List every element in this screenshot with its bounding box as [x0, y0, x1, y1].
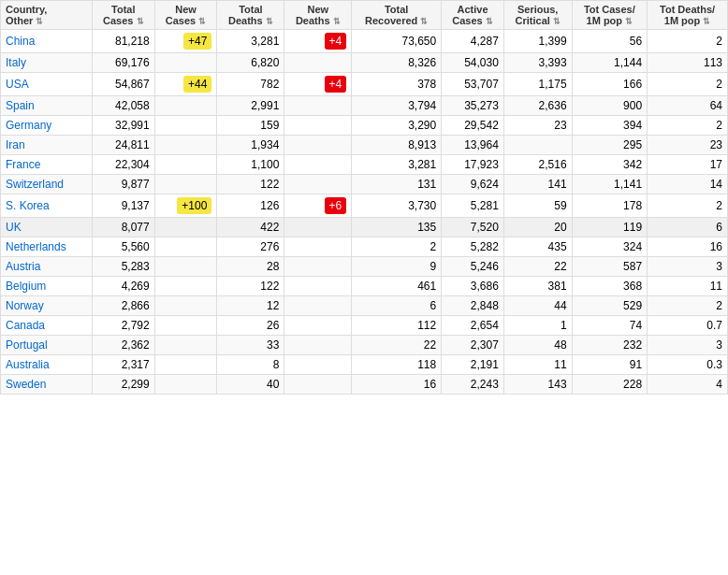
tot-cases-pop-cell: 74	[572, 316, 648, 336]
tot-cases-pop-cell: 232	[572, 336, 648, 355]
table-row: Canada2,792261122,6541740.7	[1, 316, 728, 336]
active-cases-cell: 2,307	[442, 336, 504, 355]
tot-cases-pop-cell: 119	[572, 218, 648, 237]
total-cases-cell: 5,283	[92, 257, 154, 277]
new-cases-cell	[154, 155, 217, 175]
country-link[interactable]: Italy	[6, 56, 26, 69]
serious-critical-cell: 2,636	[503, 96, 572, 116]
serious-critical-cell: 3,393	[503, 53, 572, 73]
active-cases-cell: 5,282	[442, 237, 504, 257]
total-recovered-cell: 112	[352, 316, 442, 336]
country-link[interactable]: UK	[6, 221, 22, 234]
country-cell: Sweden	[1, 375, 93, 395]
total-recovered-cell: 16	[352, 375, 442, 395]
tot-cases-pop-cell: 295	[572, 136, 648, 155]
new-deaths-cell	[284, 277, 352, 296]
total-cases-cell: 22,304	[92, 155, 154, 175]
new-deaths-badge: +4	[325, 33, 347, 50]
country-link[interactable]: Norway	[6, 299, 44, 312]
total-recovered-cell: 6	[352, 296, 442, 316]
total-cases-cell: 4,269	[92, 277, 154, 296]
country-link[interactable]: S. Korea	[6, 199, 50, 212]
col-serious-critical[interactable]: Serious,Critical ⇅	[503, 1, 572, 30]
total-recovered-cell: 3,290	[352, 116, 442, 136]
new-deaths-cell	[284, 116, 352, 136]
serious-critical-cell	[503, 136, 572, 155]
col-new-deaths[interactable]: NewDeaths ⇅	[284, 1, 352, 30]
total-deaths-cell: 26	[217, 316, 284, 336]
table-body: China81,218+473,281+473,6504,2871,399562…	[1, 30, 728, 395]
active-cases-cell: 4,287	[442, 30, 504, 53]
total-cases-cell: 54,867	[92, 73, 154, 96]
table-row: China81,218+473,281+473,6504,2871,399562	[1, 30, 728, 53]
new-cases-cell: +100	[154, 194, 217, 218]
serious-critical-cell: 1,175	[503, 73, 572, 96]
new-cases-cell: +44	[154, 73, 217, 96]
tot-cases-pop-cell: 529	[572, 296, 648, 316]
total-recovered-cell: 135	[352, 218, 442, 237]
col-total-deaths[interactable]: TotalDeaths ⇅	[217, 1, 284, 30]
col-country[interactable]: Country,Other ⇅	[1, 1, 93, 30]
country-link[interactable]: Spain	[6, 99, 35, 112]
country-link[interactable]: Austria	[6, 260, 40, 273]
col-tot-deaths-pop[interactable]: Tot Deaths/1M pop ⇅	[648, 1, 728, 30]
total-deaths-cell: 126	[217, 194, 284, 218]
country-link[interactable]: Switzerland	[6, 178, 64, 191]
tot-cases-pop-cell: 166	[572, 73, 648, 96]
total-deaths-cell: 33	[217, 336, 284, 355]
serious-critical-cell: 59	[503, 194, 572, 218]
tot-deaths-pop-cell: 11	[648, 277, 728, 296]
country-link[interactable]: Germany	[6, 119, 51, 132]
tot-cases-pop-cell: 56	[572, 30, 648, 53]
country-link[interactable]: Australia	[6, 358, 50, 371]
col-total-cases[interactable]: TotalCases ⇅	[92, 1, 154, 30]
country-cell: Italy	[1, 53, 93, 73]
tot-deaths-pop-cell: 23	[648, 136, 728, 155]
total-deaths-cell: 6,820	[217, 53, 284, 73]
country-link[interactable]: USA	[6, 78, 29, 91]
new-deaths-badge: +6	[325, 197, 347, 214]
total-recovered-cell: 2	[352, 237, 442, 257]
country-cell: Iran	[1, 136, 93, 155]
new-cases-cell	[154, 355, 217, 375]
country-link[interactable]: Sweden	[6, 378, 46, 391]
country-link[interactable]: Netherlands	[6, 240, 66, 253]
serious-critical-cell: 20	[503, 218, 572, 237]
active-cases-cell: 29,542	[442, 116, 504, 136]
serious-critical-cell: 381	[503, 277, 572, 296]
tot-cases-pop-cell: 900	[572, 96, 648, 116]
total-cases-cell: 2,317	[92, 355, 154, 375]
total-cases-cell: 2,299	[92, 375, 154, 395]
total-recovered-cell: 378	[352, 73, 442, 96]
new-deaths-cell	[284, 375, 352, 395]
active-cases-cell: 7,520	[442, 218, 504, 237]
new-cases-cell	[154, 237, 217, 257]
total-recovered-cell: 461	[352, 277, 442, 296]
tot-cases-pop-cell: 368	[572, 277, 648, 296]
col-tot-cases-pop[interactable]: Tot Cases/1M pop ⇅	[572, 1, 648, 30]
active-cases-cell: 54,030	[442, 53, 504, 73]
country-link[interactable]: Canada	[6, 319, 45, 332]
country-link[interactable]: Portugal	[6, 338, 48, 352]
tot-deaths-pop-cell: 2	[648, 116, 728, 136]
col-active-cases[interactable]: ActiveCases ⇅	[442, 1, 504, 30]
table-row: Australia2,31781182,19111910.3	[1, 355, 728, 375]
country-cell: Spain	[1, 96, 93, 116]
country-cell: S. Korea	[1, 194, 93, 218]
tot-deaths-pop-cell: 14	[648, 175, 728, 194]
active-cases-cell: 5,246	[442, 257, 504, 277]
col-new-cases[interactable]: NewCases ⇅	[154, 1, 217, 30]
country-cell: Canada	[1, 316, 93, 336]
col-total-recovered[interactable]: TotalRecovered ⇅	[352, 1, 442, 30]
new-cases-cell	[154, 375, 217, 395]
total-cases-cell: 24,811	[92, 136, 154, 155]
tot-deaths-pop-cell: 16	[648, 237, 728, 257]
country-link[interactable]: France	[6, 158, 40, 171]
country-link[interactable]: Iran	[6, 138, 25, 151]
country-link[interactable]: Belgium	[6, 280, 46, 293]
table-row: Belgium4,2691224613,68638136811	[1, 277, 728, 296]
country-link[interactable]: China	[6, 35, 35, 48]
serious-critical-cell: 2,516	[503, 155, 572, 175]
tot-deaths-pop-cell: 2	[648, 296, 728, 316]
serious-critical-cell: 1	[503, 316, 572, 336]
